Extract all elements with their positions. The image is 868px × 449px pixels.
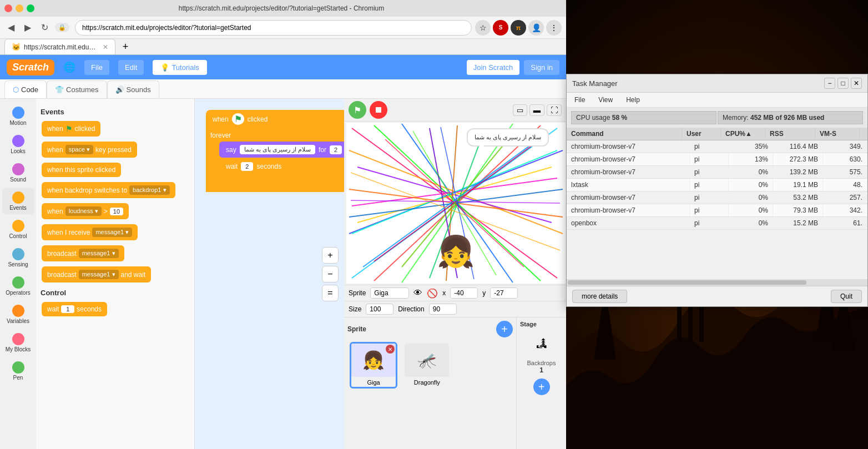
sidebar-item-motion[interactable]: Motion (2, 103, 34, 129)
sidebar-item-events[interactable]: Events (2, 188, 34, 214)
table-row[interactable]: chromium-browser-v7 pi 0% 79.3 MB 342. (567, 204, 867, 217)
tm-view-menu[interactable]: View (596, 95, 615, 105)
horizontal-scrollbar[interactable] (567, 279, 867, 286)
sidebar-item-operators[interactable]: Operators (2, 273, 34, 299)
tab-close-icon[interactable]: ✕ (103, 43, 108, 51)
sprite-name-input[interactable] (370, 287, 409, 299)
th-command[interactable]: Command (567, 128, 682, 140)
menu-icon[interactable]: ⋮ (546, 20, 562, 36)
block-when-loudness[interactable]: when loudness ▾ > 10 (41, 201, 190, 221)
language-button[interactable]: 🌐 (63, 61, 75, 73)
stop-button[interactable]: ⏹ (370, 101, 387, 119)
script-when-flag-block[interactable]: when ⚑ clicked (206, 110, 344, 128)
table-row[interactable]: chromium-browser-v7 pi 0% 53.2 MB 257. (567, 191, 867, 204)
block-when-backdrop[interactable]: when backdrop switches to backdrop1 ▾ (41, 180, 190, 200)
tab-code[interactable]: ⬡ Code (4, 80, 47, 98)
tm-help-menu[interactable]: Help (624, 95, 642, 105)
sidebar-item-looks[interactable]: Looks (2, 132, 34, 158)
sprite-item-dragonfly[interactable]: 🦟 Dragonfly (403, 342, 450, 388)
th-user[interactable]: User (682, 128, 721, 140)
scratch-logo[interactable]: Scratch (7, 59, 54, 75)
eye-icon[interactable]: 👁 (413, 288, 422, 298)
zoom-out-button[interactable]: − (322, 266, 339, 282)
sidebar-item-control[interactable]: Control (2, 216, 34, 243)
table-row[interactable]: openbox pi 0% 15.2 MB 61. (567, 217, 867, 230)
tm-close-button[interactable]: ✕ (851, 78, 862, 89)
no-eye-icon[interactable]: 🚫 (427, 288, 438, 299)
th-vms[interactable]: VM-S (815, 128, 860, 140)
new-tab-button[interactable]: + (118, 39, 133, 54)
loudness-dropdown[interactable]: loudness ▾ (65, 206, 102, 216)
more-details-button[interactable]: more details (572, 290, 627, 303)
sidebar-item-sound[interactable]: Sound (2, 160, 34, 186)
block-when-sprite[interactable]: when this sprite clicked (41, 161, 190, 179)
reload-button[interactable]: ↻ (38, 21, 52, 34)
script-say-block[interactable]: say سلام از رسیری پای به شما for 2 secon… (219, 142, 344, 158)
bookmark-icon[interactable]: ☆ (475, 20, 491, 36)
signin-button[interactable]: Sign in (524, 60, 559, 75)
tab-costumes[interactable]: 👕 Costumes (47, 80, 107, 98)
table-row[interactable]: chromium-browser-v7 pi 13% 272.3 MB 630. (567, 153, 867, 166)
large-stage-button[interactable]: ▬ (529, 104, 544, 116)
forward-button[interactable]: ▶ (21, 21, 34, 34)
address-bar[interactable] (75, 20, 472, 36)
browser-tab-active[interactable]: 🐱 https://scratch.mit.edu/p... ✕ (4, 39, 115, 54)
fit-button[interactable]: = (322, 285, 339, 301)
x-input[interactable] (450, 287, 478, 299)
giga-delete-icon[interactable]: ✕ (386, 345, 395, 354)
message-dropdown-3[interactable]: message1 ▾ (79, 270, 119, 279)
direction-input[interactable] (429, 304, 457, 315)
wait-value[interactable]: 1 (61, 305, 74, 313)
tm-file-menu[interactable]: File (572, 95, 587, 105)
block-when-receive[interactable]: when I receive message1 ▾ (41, 223, 190, 242)
table-row[interactable]: chromium-browser-v7 pi 0% 139.2 MB 575. (567, 166, 867, 179)
script-wait-block[interactable]: wait 2 seconds (219, 159, 344, 174)
tm-maximize-button[interactable]: □ (837, 78, 849, 89)
space-dropdown[interactable]: space ▾ (65, 145, 93, 154)
message-dropdown-2[interactable]: message1 ▾ (79, 249, 119, 258)
block-when-flag[interactable]: when ⚑ clicked (41, 119, 190, 138)
script-forever-block[interactable]: forever say سلام از رسیری پای به شما for… (206, 128, 344, 192)
th-rss[interactable]: RSS (765, 128, 815, 140)
tab-sounds[interactable]: 🔊 Sounds (107, 80, 159, 98)
table-row[interactable]: chromium-browser-v7 pi 35% 116.4 MB 349. (567, 140, 867, 153)
file-menu[interactable]: File (84, 60, 109, 75)
sidebar-item-variables[interactable]: Variables (2, 301, 34, 327)
th-cpu[interactable]: CPU%▲ (721, 128, 765, 140)
zoom-in-button[interactable]: + (322, 247, 339, 264)
block-broadcast[interactable]: broadcast message1 ▾ (41, 244, 190, 263)
maximize-button[interactable] (27, 4, 34, 12)
quit-button[interactable]: Quit (831, 290, 862, 303)
sidebar-item-myblocks[interactable]: My Blocks (2, 330, 34, 356)
sprite-item-giga[interactable]: 👧 ✕ Giga (350, 342, 397, 389)
script-wait-value[interactable]: 2 (241, 162, 253, 171)
tutorials-button[interactable]: 💡 Tutorials (153, 60, 206, 75)
process-table[interactable]: chromium-browser-v7 pi 35% 116.4 MB 349.… (567, 140, 867, 279)
add-sprite-button[interactable]: + (496, 321, 513, 337)
block-when-key[interactable]: when space ▾ key pressed (41, 140, 190, 159)
tm-minimize-button[interactable]: − (824, 78, 835, 89)
close-button[interactable] (4, 4, 12, 12)
small-stage-button[interactable]: ▭ (513, 104, 527, 116)
size-input[interactable] (366, 304, 393, 315)
backdrop-dropdown[interactable]: backdrop1 ▾ (129, 185, 169, 195)
stage-thumbnail[interactable]: 🏞 (522, 330, 561, 357)
y-input[interactable] (490, 287, 518, 299)
table-row[interactable]: lxtask pi 0% 19.1 MB 48. (567, 179, 867, 191)
hscroll-thumb[interactable] (568, 280, 806, 285)
fullscreen-button[interactable]: ⛶ (547, 104, 562, 116)
minimize-button[interactable] (16, 4, 23, 12)
script-say-seconds[interactable]: 2 (330, 145, 342, 154)
ext-icon-1[interactable]: S (493, 20, 508, 36)
loudness-value[interactable]: 10 (110, 208, 123, 215)
block-wait[interactable]: wait 1 seconds (41, 300, 190, 318)
edit-menu[interactable]: Edit (118, 60, 144, 75)
ext-icon-2[interactable]: π (511, 20, 526, 36)
add-backdrop-button[interactable]: + (533, 379, 550, 395)
sidebar-item-pen[interactable]: Pen (2, 358, 34, 384)
block-broadcast-wait[interactable]: broadcast message1 ▾ and wait (41, 265, 190, 284)
join-button[interactable]: Join Scratch (467, 60, 520, 75)
message-dropdown-1[interactable]: message1 ▾ (92, 228, 132, 237)
script-say-message[interactable]: سلام از رسیری پای به شما (240, 145, 315, 154)
sidebar-item-sensing[interactable]: Sensing (2, 245, 34, 271)
